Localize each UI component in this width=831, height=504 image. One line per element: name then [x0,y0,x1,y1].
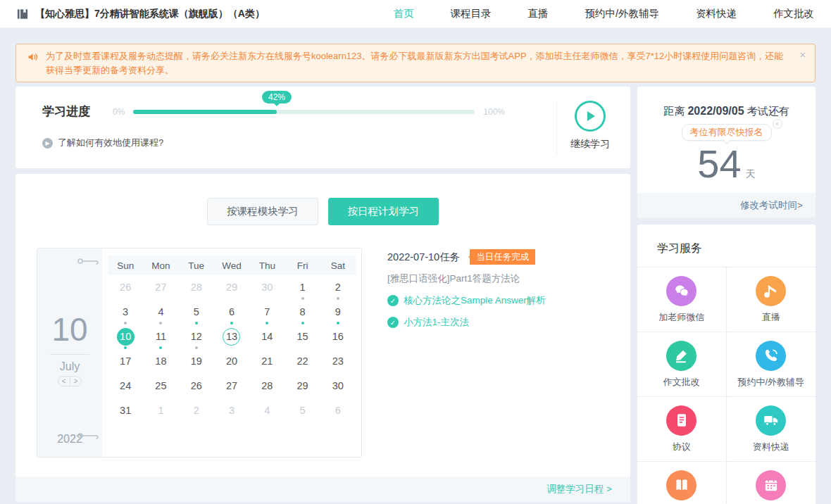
day-number: 6 [223,303,240,321]
calendar-day[interactable]: 5 [285,398,320,423]
calendar-day[interactable]: 22 [285,349,320,374]
speaker-icon [27,51,39,63]
learning-mode-tab[interactable]: 按课程模块学习 [207,198,318,225]
calendar-day[interactable]: 30 [249,275,285,300]
check-icon: ✓ [387,295,399,306]
calendar-day[interactable]: 21 [249,349,285,374]
nav-item[interactable]: 直播 [527,7,548,20]
binder-clip-icon [77,257,101,265]
help-play-icon: ▶ [42,138,53,149]
calendar-day[interactable]: 31 [108,398,143,423]
calendar-day[interactable]: 9 [320,300,356,325]
nav-item[interactable]: 课程目录 [450,7,491,20]
calendar-day[interactable]: 2 [179,398,214,423]
calendar-day[interactable]: 14 [249,325,285,349]
service-item[interactable]: 协议 [637,396,727,461]
task-item[interactable]: ✓小方法1-主次法 [387,316,546,329]
calendar-day[interactable]: 1 [285,275,320,300]
day-number: 17 [117,353,135,370]
nav-item[interactable]: 预约中/外教辅导 [585,7,659,20]
task-item[interactable]: ✓核心方法论之Sample Answer解析 [387,294,546,307]
day-number: 22 [294,353,311,370]
progress-fill [133,110,277,114]
day-number: 4 [258,402,276,420]
calendar-day[interactable]: 24 [108,374,143,398]
calendar-day[interactable]: 27 [214,374,249,398]
calendar-day[interactable]: 13 [214,325,249,349]
calendar-day[interactable]: 17 [108,349,143,374]
calendar-day[interactable]: 19 [179,349,214,374]
calendar-day[interactable]: 6 [320,398,356,423]
calendar-day[interactable]: 7 [249,300,285,325]
calendar-next-icon[interactable]: > [70,377,82,386]
calendar-day[interactable]: 18 [143,349,178,374]
calendar-day[interactable]: 25 [143,374,178,398]
continue-label[interactable]: 继续学习 [561,138,619,151]
calendar-day[interactable]: 8 [285,300,320,325]
nav-item[interactable]: 资料快递 [696,7,737,20]
calendar-day[interactable]: 6 [214,300,249,325]
progress-title: 学习进度 [42,103,90,120]
calendar-day[interactable]: 28 [179,275,214,300]
task-date-label: 2022-07-10任务 [387,251,460,264]
calendar-day[interactable]: 29 [214,275,249,300]
calendar-day[interactable]: 30 [320,374,356,398]
pencil-icon [666,341,696,371]
course-title: 【知心雅思】7分精讲智能系统课（旗舰版）（A类） [35,8,265,20]
calendar-day[interactable]: 4 [143,300,178,325]
service-item[interactable]: 讲义 [637,461,727,504]
continue-play-button[interactable] [575,101,606,132]
modify-exam-date-link[interactable]: 修改考试时间> [740,200,803,210]
calendar-day[interactable]: 26 [179,374,214,398]
calendar-day[interactable]: 23 [320,349,356,374]
progress-value-badge: 42% [262,91,292,103]
banner-close-icon[interactable]: × [799,49,806,60]
notice-banner: 为了及时查看课程及服务动态提醒，请务必关注新东方在线服务号koolearn123… [15,44,816,82]
calendar-day[interactable]: 10 [108,325,143,349]
calendar-day[interactable]: 28 [249,374,285,398]
task-item-label: 核心方法论之Sample Answer解析 [404,294,546,307]
days-remaining: 54 [697,141,741,186]
calendar-day[interactable]: 12 [179,325,214,349]
service-item[interactable]: 休学 [727,461,816,504]
calendar-day[interactable]: 26 [108,275,143,300]
service-item[interactable]: 加老师微信 [637,267,727,332]
day-number: 15 [294,328,311,346]
calendar-day[interactable]: 20 [214,349,249,374]
service-label: 预约中/外教辅导 [727,376,816,389]
calendar: 10 July < > 2022 SunMonTueWedThuFriSat 2… [37,248,362,458]
progress-bar: 42% [133,110,475,114]
calendar-big-day: 10 [37,313,102,346]
help-text[interactable]: 了解如何有效地使用课程? [58,137,163,149]
calendar-day[interactable]: 2 [320,275,356,300]
service-item[interactable]: 直播 [727,267,816,332]
nav-item[interactable]: 作文批改 [773,7,814,20]
service-item[interactable]: 作文批改 [637,332,727,396]
calendar-day[interactable]: 27 [143,275,178,300]
day-number: 21 [258,353,276,370]
calendar-day[interactable]: 3 [214,398,249,423]
calendar-day[interactable]: 15 [285,325,320,349]
task-item-label: 小方法1-主次法 [404,316,469,329]
calendar-day[interactable]: 5 [179,300,214,325]
weekday-label: Wed [214,260,249,271]
calendar-prev-icon[interactable]: < [58,377,70,386]
calendar-day[interactable]: 3 [108,300,143,325]
calendar-day[interactable]: 16 [320,325,356,349]
learning-mode-tab[interactable]: 按日程计划学习 [328,198,439,225]
tooltip-close-icon[interactable]: × [773,119,782,129]
adjust-schedule-link[interactable]: 调整学习日程 > [546,483,612,496]
calendar-day[interactable]: 29 [285,374,320,398]
day-number: 7 [258,303,276,321]
exam-countdown-card: 距离 2022/09/05 考试还有 考位有限尽快报名 × 54天 修改考试时间… [637,87,816,218]
countdown-suffix: 考试还有 [747,105,789,117]
check-icon: ✓ [387,317,399,328]
calendar-day[interactable]: 1 [143,398,178,423]
progress-min-label: 0% [113,107,125,117]
calendar-day[interactable]: 4 [249,398,285,423]
service-item[interactable]: 预约中/外教辅导 [727,332,816,396]
nav-item[interactable]: 首页 [393,7,413,20]
calendar-day[interactable]: 11 [143,325,178,349]
service-item[interactable]: 资料快递 [727,396,816,461]
weekday-label: Fri [285,260,320,271]
